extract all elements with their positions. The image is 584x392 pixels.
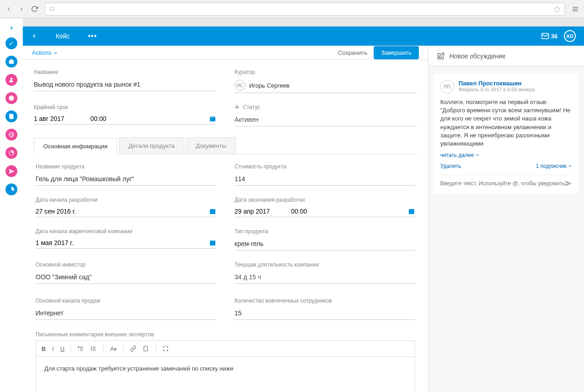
status-value: Активен — [235, 113, 417, 126]
calendar-icon[interactable] — [209, 115, 216, 122]
deadline-date[interactable] — [34, 115, 79, 122]
calendar-icon[interactable] — [209, 239, 216, 246]
color-icon[interactable]: A▾ — [110, 345, 117, 352]
channel-label: Основной канала продаж — [36, 298, 216, 304]
svg-rect-15 — [235, 106, 238, 109]
mkt-start-field[interactable] — [36, 237, 216, 249]
list-ul-icon[interactable] — [90, 345, 97, 352]
editor-toolbar: B I U 1 A▾ — [36, 340, 415, 356]
hamburger-icon[interactable] — [570, 4, 580, 14]
actionbar: Actions Сохранить Завершить — [23, 46, 428, 60]
ptype-field[interactable] — [235, 237, 415, 251]
channel-field[interactable] — [36, 307, 216, 320]
lock-icon — [235, 104, 241, 110]
topbar-back-icon[interactable] — [31, 32, 37, 40]
svg-text:1: 1 — [78, 346, 79, 348]
save-button[interactable]: Сохранить — [338, 49, 368, 56]
cost-field[interactable] — [235, 172, 415, 186]
delete-link[interactable]: Удалить — [440, 163, 461, 169]
discussion-body: Коллеги, посмотрите на первый отзыв: "До… — [440, 98, 572, 148]
dev-start-label: Дата начала разработки — [36, 197, 216, 203]
cost-label: Стоимость продукта — [235, 163, 415, 170]
italic-icon[interactable]: I — [52, 345, 54, 352]
svg-rect-29 — [144, 346, 147, 351]
status-label: Статус — [235, 104, 417, 110]
user-avatar[interactable]: AD — [564, 30, 576, 42]
staff-label: Количество вовлеченных сотрудников — [235, 298, 415, 304]
new-discussion-button[interactable]: Новое обсуждение — [428, 46, 584, 66]
browser-forward-icon[interactable] — [16, 4, 26, 14]
complete-button[interactable]: Завершить — [374, 46, 419, 59]
actions-dropdown[interactable]: Actions — [32, 49, 58, 56]
discussion-time: Февраль 9-го 2017 в 6:03 вечера — [459, 87, 535, 92]
bold-icon[interactable]: B — [42, 345, 46, 352]
underline-icon[interactable]: U — [60, 345, 64, 352]
list-ol-icon[interactable]: 1 — [78, 345, 84, 352]
svg-rect-17 — [409, 209, 414, 214]
pname-field[interactable] — [36, 172, 216, 186]
calendar-icon[interactable] — [408, 208, 415, 215]
rail-gear-icon[interactable] — [5, 92, 17, 104]
dev-start-field[interactable] — [36, 206, 216, 217]
rail-globe-icon[interactable] — [5, 129, 17, 141]
calendar-icon[interactable] — [209, 208, 216, 215]
rail-doc-icon[interactable] — [5, 110, 17, 122]
svg-point-28 — [91, 350, 92, 350]
rail-expand-icon[interactable] — [8, 25, 15, 31]
curator-field[interactable]: ИС Игорь Сергеев — [235, 78, 417, 93]
message-count-value: 36 — [551, 33, 558, 40]
discussion-author[interactable]: Павел Простоквашин — [459, 80, 535, 87]
duration-value: 34 д 15 ч — [235, 271, 415, 284]
investor-field[interactable] — [36, 271, 216, 284]
rail-send-icon[interactable] — [5, 165, 17, 177]
svg-point-26 — [91, 347, 92, 347]
browser-back-icon[interactable] — [4, 4, 14, 14]
tab-details[interactable]: Детали продукта — [119, 137, 184, 154]
name-label: Название — [34, 69, 216, 75]
rail-gauge-icon[interactable] — [5, 147, 17, 159]
read-more-link[interactable]: читать далее — [440, 152, 480, 158]
comments-label: Письменные комментарии внешних экспертов — [36, 331, 154, 338]
star-icon[interactable] — [553, 5, 561, 13]
pname-label: Название продукта — [36, 163, 216, 170]
search-icon — [49, 6, 55, 12]
topbar-more-icon[interactable]: ••• — [88, 32, 97, 40]
editor-area[interactable]: Для старта продаж требуется устранение з… — [36, 356, 415, 392]
subscribers-link[interactable]: 1 подписчик — [536, 163, 572, 169]
investor-label: Основной инвестор — [36, 261, 216, 268]
dev-end-field[interactable] — [235, 206, 415, 217]
svg-rect-12 — [210, 116, 215, 118]
discussion-input[interactable] — [440, 180, 565, 187]
curator-avatar: ИС — [235, 80, 245, 91]
rail-check-icon[interactable]: ✓ — [5, 37, 17, 49]
link-icon[interactable] — [130, 345, 136, 352]
attach-icon[interactable] — [143, 345, 149, 352]
tab-main[interactable]: Основная инфомрация — [34, 138, 117, 154]
send-icon[interactable] — [565, 180, 572, 187]
url-bar[interactable] — [45, 3, 565, 16]
left-rail: ✓ — [0, 18, 23, 392]
browser-reload-icon[interactable] — [29, 4, 39, 14]
discussion-avatar: ПП — [440, 80, 454, 94]
compose-icon — [437, 52, 445, 60]
deadline-label: Крайний срок — [34, 104, 216, 110]
deadline-time[interactable] — [90, 115, 136, 122]
page-title: Кейс — [56, 32, 70, 40]
tabs: Основная инфомрация Детали продукта Доку… — [34, 137, 417, 154]
message-count[interactable]: 36 — [541, 32, 558, 40]
staff-field[interactable] — [235, 307, 415, 320]
dev-end-label: Дата окончания разработки — [235, 197, 415, 203]
deadline-field[interactable] — [34, 113, 216, 125]
rail-briefcase-icon[interactable] — [5, 56, 17, 68]
tab-documents[interactable]: Документы — [186, 137, 236, 154]
rail-person-icon[interactable] — [5, 74, 17, 86]
rail-pie-icon[interactable] — [5, 183, 17, 195]
svg-rect-18 — [210, 240, 215, 246]
name-field[interactable] — [34, 78, 216, 91]
actions-label: Actions — [32, 49, 52, 56]
new-discussion-label: Новое обсуждение — [449, 52, 506, 60]
expand-icon[interactable] — [162, 345, 169, 352]
svg-point-0 — [50, 7, 53, 10]
svg-point-6 — [10, 78, 13, 80]
svg-point-27 — [91, 348, 92, 349]
